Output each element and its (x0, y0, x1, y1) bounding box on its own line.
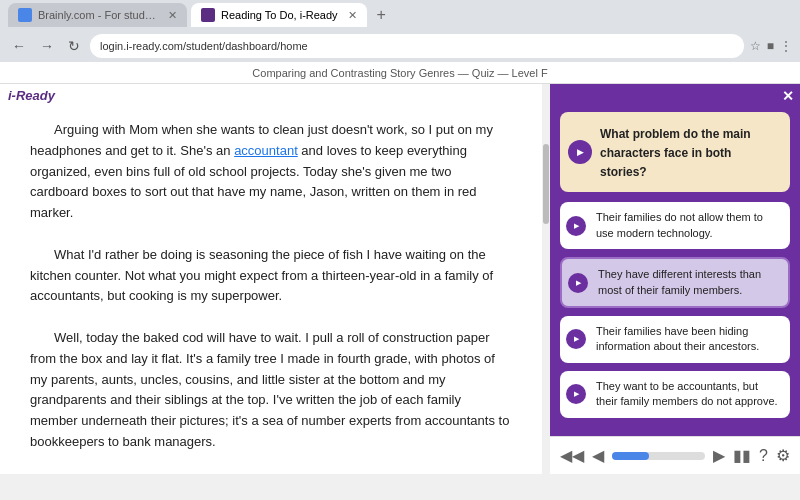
answer-option-d[interactable]: They want to be accountants, but their f… (560, 371, 790, 418)
answer-text-d: They want to be accountants, but their f… (596, 380, 778, 407)
answer-speaker-b[interactable] (568, 273, 588, 293)
tab-brainly-close[interactable]: ✕ (168, 9, 177, 22)
tab-brainly-label: Brainly.com - For students. By... (38, 9, 158, 21)
answer-speaker-a[interactable] (566, 216, 586, 236)
help-button[interactable]: ? (759, 447, 768, 465)
scroll-thumb[interactable] (543, 144, 549, 224)
passage-text: Arguing with Mom when she wants to clean… (30, 120, 512, 453)
bookmark-icon[interactable]: ☆ (750, 39, 761, 53)
address-bar[interactable]: login.i-ready.com/student/dashboard/home (90, 34, 744, 58)
subtitle-bar: Comparing and Contrasting Story Genres —… (0, 62, 800, 84)
settings-button[interactable]: ⚙ (776, 446, 790, 465)
progress-bar (612, 452, 705, 460)
answer-speaker-d[interactable] (566, 384, 586, 404)
menu-icon[interactable]: ⋮ (780, 39, 792, 53)
paragraph-2: What I'd rather be doing is seasoning th… (30, 245, 512, 307)
address-text: login.i-ready.com/student/dashboard/home (100, 40, 308, 52)
tab-iready-close[interactable]: ✕ (348, 9, 357, 22)
main-area: i-Ready Arguing with Mom when she wants … (0, 84, 800, 474)
answers-container: Their families do not allow them to use … (550, 202, 800, 417)
progress-bar-fill (612, 452, 649, 460)
close-button[interactable]: ✕ (782, 88, 794, 104)
browser-chrome: Brainly.com - For students. By... ✕ Read… (0, 0, 800, 84)
paragraph-3: Well, today the baked cod will have to w… (30, 328, 512, 453)
accountant-link[interactable]: accountant (234, 143, 298, 158)
back-button[interactable]: ← (8, 36, 30, 56)
scroll-bar[interactable] (542, 84, 550, 474)
address-bar-row: ← → ↻ login.i-ready.com/student/dashboar… (0, 30, 800, 62)
paragraph-1: Arguing with Mom when she wants to clean… (30, 120, 512, 224)
answer-text-b: They have different interests than most … (598, 268, 761, 295)
question-area: What problem do the main characters face… (560, 112, 790, 192)
skip-back-button[interactable]: ◀◀ (560, 446, 584, 465)
subtitle-text: Comparing and Contrasting Story Genres —… (252, 67, 547, 79)
question-text: What problem do the main characters face… (600, 127, 751, 179)
tab-iready-label: Reading To Do, i-Ready (221, 9, 338, 21)
answer-option-b[interactable]: They have different interests than most … (560, 257, 790, 308)
extension-icon[interactable]: ■ (767, 39, 774, 53)
reload-button[interactable]: ↻ (64, 36, 84, 56)
browser-icons: ☆ ■ ⋮ (750, 39, 792, 53)
new-tab-button[interactable]: + (371, 6, 392, 24)
tab-brainly[interactable]: Brainly.com - For students. By... ✕ (8, 3, 187, 27)
answer-option-a[interactable]: Their families do not allow them to use … (560, 202, 790, 249)
prev-button[interactable]: ◀ (592, 446, 604, 465)
bottom-controls: ◀◀ ◀ ▶ ▮▮ ? ⚙ (550, 436, 800, 474)
left-panel: i-Ready Arguing with Mom when she wants … (0, 84, 542, 474)
next-button[interactable]: ▶ (713, 446, 725, 465)
answer-speaker-c[interactable] (566, 329, 586, 349)
brainly-favicon (18, 8, 32, 22)
play-pause-button[interactable]: ▮▮ (733, 446, 751, 465)
quiz-panel: ✕ What problem do the main characters fa… (550, 84, 800, 474)
tab-bar: Brainly.com - For students. By... ✕ Read… (0, 0, 800, 30)
answer-text-a: Their families do not allow them to use … (596, 211, 763, 238)
answer-text-c: Their families have been hiding informat… (596, 325, 759, 352)
iready-logo: i-Ready (8, 88, 55, 103)
iready-favicon (201, 8, 215, 22)
question-speaker-button[interactable] (568, 140, 592, 164)
forward-button[interactable]: → (36, 36, 58, 56)
answer-option-c[interactable]: Their families have been hiding informat… (560, 316, 790, 363)
tab-iready[interactable]: Reading To Do, i-Ready ✕ (191, 3, 367, 27)
